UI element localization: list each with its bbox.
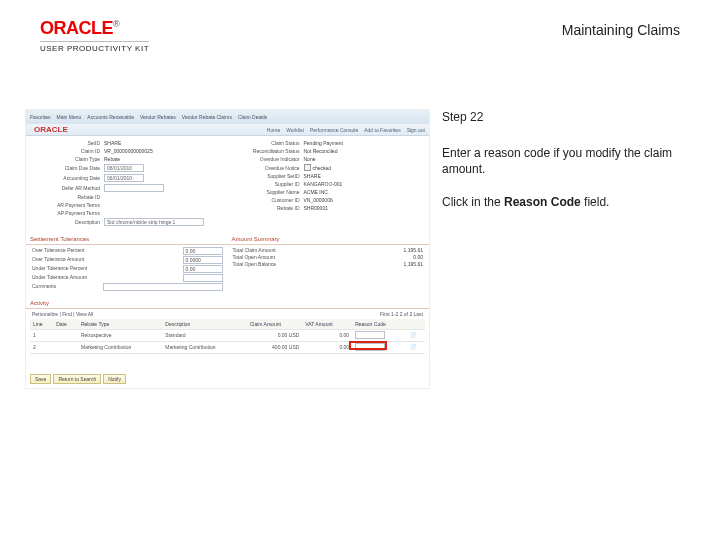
text-input[interactable]: Std chrome/nickle strip hinge 1	[104, 218, 204, 226]
flabel: Customer ID	[232, 197, 304, 203]
flabel: Rebate ID	[232, 205, 304, 211]
oracle-logo: ORACLE®	[40, 18, 149, 39]
flabel: Supplier SetID	[232, 173, 304, 179]
date-input[interactable]: 06/01/2010	[104, 174, 144, 182]
form-col-right: Claim StatusPending Payment Reconciliati…	[232, 140, 424, 228]
td: Marketing Contribution	[78, 341, 162, 353]
th: Date	[53, 319, 78, 329]
form-area: SetIDSHARE Claim IDVR_00000000000025 Cla…	[26, 136, 429, 232]
sval: 0.00	[413, 254, 423, 260]
crumb: Claim Details	[238, 114, 267, 120]
date-input[interactable]: 08/01/2010	[104, 164, 144, 172]
fval: Rebate	[104, 156, 120, 162]
flabel: Claim Type	[32, 156, 104, 162]
page-title: Maintaining Claims	[562, 18, 680, 38]
top-tab[interactable]: Home	[267, 127, 280, 133]
fval: SHARE	[104, 140, 121, 146]
table-row: 2 Marketing Contribution Marketing Contr…	[30, 341, 425, 353]
summary-area: Over Tolerance Percent0.00 Over Toleranc…	[26, 245, 429, 294]
th: Claim Amount	[247, 319, 303, 329]
logo-block: ORACLE® USER PRODUCTIVITY KIT	[40, 18, 149, 53]
comments-input[interactable]	[103, 283, 223, 291]
td: Marketing Contribution	[162, 341, 246, 353]
sval-input[interactable]: 0.00	[183, 265, 223, 273]
th	[407, 319, 425, 329]
td	[53, 329, 78, 341]
table-row: 1 Retrospective Standard 0.00 USD 0.00 📄	[30, 329, 425, 341]
instruction-panel: Step 22 Enter a reason code if you modif…	[442, 109, 682, 389]
slabel: Total Claim Amount	[233, 247, 276, 253]
flabel: AR Payment Terms	[32, 202, 104, 208]
flabel: Claim Due Date	[32, 165, 104, 171]
find-label[interactable]: Personalize | Find | View All	[32, 311, 93, 317]
td: 2	[30, 341, 53, 353]
reason-code-field[interactable]	[352, 341, 407, 353]
td: 0.00 USD	[247, 329, 303, 341]
td: 1	[30, 329, 53, 341]
top-tab[interactable]: Performance Console	[310, 127, 358, 133]
trademark: ®	[113, 19, 119, 29]
highlight-reason-code	[349, 341, 387, 350]
fval: Pending Payment	[304, 140, 343, 146]
breadcrumb: Favorites Main Menu Accounts Receivable …	[26, 110, 429, 124]
instr-text: Click in the	[442, 195, 504, 209]
slabel: Over Tolerance Percent	[32, 247, 84, 255]
flabel: Defer AR Method	[32, 185, 104, 191]
top-tab[interactable]: Add to Favorites	[364, 127, 400, 133]
th: Line	[30, 319, 53, 329]
flabel: Overdue Notice	[232, 165, 304, 171]
product-line: USER PRODUCTIVITY KIT	[40, 41, 149, 53]
activity-table: Line Date Rebate Type Description Claim …	[30, 319, 425, 354]
flabel: Reconciliation Status	[232, 148, 304, 154]
return-button[interactable]: Return to Search	[53, 374, 101, 384]
tolerance-header: Settlement Tolerances	[26, 234, 228, 245]
slabel: Total Open Amount	[233, 254, 276, 260]
amount-col: Total Claim Amount1,195.61 Total Open Am…	[233, 247, 424, 292]
instruction-line-1: Enter a reason code if you modify the cl…	[442, 145, 682, 177]
flabel: Accounting Date	[32, 175, 104, 181]
top-tab[interactable]: Sign out	[407, 127, 425, 133]
td: 0.00	[302, 329, 352, 341]
fval: SHR00001	[304, 205, 328, 211]
checkbox-icon[interactable]	[304, 164, 311, 171]
crumb: Vendor Rebate Claims	[182, 114, 232, 120]
sval-input[interactable]	[183, 274, 223, 282]
sval: 1,195.61	[404, 247, 423, 253]
flabel: Rebate ID	[32, 194, 104, 200]
select-input[interactable]	[104, 184, 164, 192]
crumb: Vendor Rebates	[140, 114, 176, 120]
slabel: Over Tolerance Amount	[32, 256, 84, 264]
fval: checked	[313, 165, 332, 171]
flabel: Claim ID	[32, 148, 104, 154]
instruction-line-2: Click in the Reason Code field.	[442, 194, 682, 210]
notify-button[interactable]: Notify	[103, 374, 126, 384]
app-logo: ORACLE	[30, 123, 72, 136]
count-label: First 1-2 2 of 2 Last	[380, 311, 423, 317]
form-col-left: SetIDSHARE Claim IDVR_00000000000025 Cla…	[32, 140, 224, 228]
top-tab[interactable]: Worklist	[286, 127, 304, 133]
reason-code-cell[interactable]	[352, 329, 407, 341]
fval: KANGAROO-001	[304, 181, 343, 187]
slabel: Under Tolerance Amount	[32, 274, 87, 282]
flabel: Supplier Name	[232, 189, 304, 195]
fval: ACME INC	[304, 189, 328, 195]
footer-buttons: Save Return to Search Notify	[30, 374, 126, 384]
td: 400.00 USD	[247, 341, 303, 353]
activity-toolbar: Personalize | Find | View All First 1-2 …	[26, 309, 429, 319]
td: 0.00	[302, 341, 352, 353]
td: Retrospective	[78, 329, 162, 341]
sval-input[interactable]: 0.0000	[183, 256, 223, 264]
fval: VR_00000000000025	[104, 148, 153, 154]
app-screenshot: Favorites Main Menu Accounts Receivable …	[25, 109, 430, 389]
td	[53, 341, 78, 353]
th: Description	[162, 319, 246, 329]
fval: VN_0000006	[304, 197, 333, 203]
instr-bold: Reason Code	[504, 195, 581, 209]
scroll-icon[interactable]: 📄	[407, 341, 425, 353]
save-button[interactable]: Save	[30, 374, 51, 384]
scroll-icon[interactable]: 📄	[407, 329, 425, 341]
sval-input[interactable]: 0.00	[183, 247, 223, 255]
step-label: Step 22	[442, 109, 682, 125]
slabel: Total Open Balance	[233, 261, 277, 267]
top-tabs: ORACLE Home Worklist Performance Console…	[26, 124, 429, 136]
